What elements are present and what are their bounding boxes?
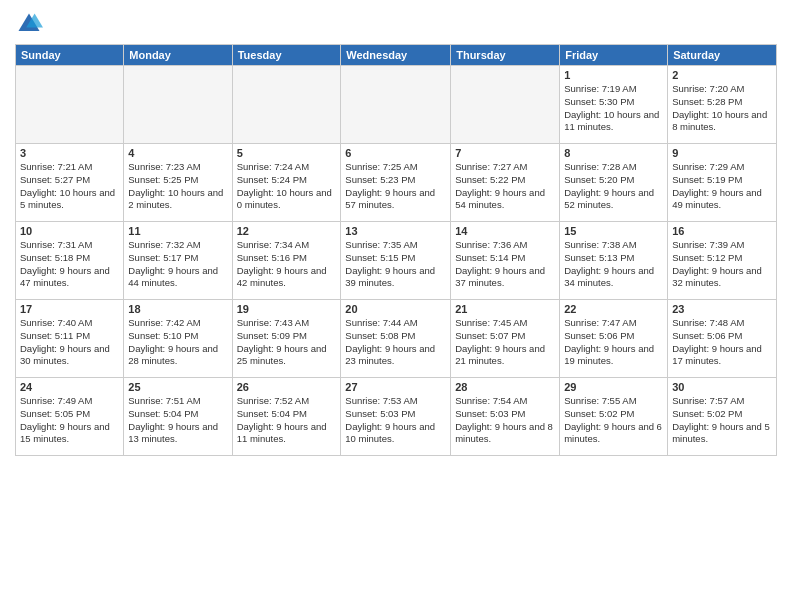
calendar-cell: 18Sunrise: 7:42 AM Sunset: 5:10 PM Dayli… <box>124 300 232 378</box>
weekday-header-monday: Monday <box>124 45 232 66</box>
day-number: 13 <box>345 225 446 237</box>
day-info: Sunrise: 7:54 AM Sunset: 5:03 PM Dayligh… <box>455 395 555 446</box>
day-number: 30 <box>672 381 772 393</box>
calendar-cell <box>451 66 560 144</box>
calendar-cell: 29Sunrise: 7:55 AM Sunset: 5:02 PM Dayli… <box>560 378 668 456</box>
calendar-cell: 2Sunrise: 7:20 AM Sunset: 5:28 PM Daylig… <box>668 66 777 144</box>
day-number: 18 <box>128 303 227 315</box>
day-number: 1 <box>564 69 663 81</box>
weekday-header-thursday: Thursday <box>451 45 560 66</box>
day-info: Sunrise: 7:29 AM Sunset: 5:19 PM Dayligh… <box>672 161 772 212</box>
day-info: Sunrise: 7:19 AM Sunset: 5:30 PM Dayligh… <box>564 83 663 134</box>
day-info: Sunrise: 7:20 AM Sunset: 5:28 PM Dayligh… <box>672 83 772 134</box>
day-number: 15 <box>564 225 663 237</box>
weekday-header-tuesday: Tuesday <box>232 45 341 66</box>
calendar-table: SundayMondayTuesdayWednesdayThursdayFrid… <box>15 44 777 456</box>
calendar-cell: 24Sunrise: 7:49 AM Sunset: 5:05 PM Dayli… <box>16 378 124 456</box>
day-info: Sunrise: 7:49 AM Sunset: 5:05 PM Dayligh… <box>20 395 119 446</box>
day-info: Sunrise: 7:57 AM Sunset: 5:02 PM Dayligh… <box>672 395 772 446</box>
day-info: Sunrise: 7:43 AM Sunset: 5:09 PM Dayligh… <box>237 317 337 368</box>
day-info: Sunrise: 7:55 AM Sunset: 5:02 PM Dayligh… <box>564 395 663 446</box>
day-info: Sunrise: 7:24 AM Sunset: 5:24 PM Dayligh… <box>237 161 337 212</box>
calendar-cell: 16Sunrise: 7:39 AM Sunset: 5:12 PM Dayli… <box>668 222 777 300</box>
calendar-cell: 30Sunrise: 7:57 AM Sunset: 5:02 PM Dayli… <box>668 378 777 456</box>
weekday-header-friday: Friday <box>560 45 668 66</box>
calendar-cell: 1Sunrise: 7:19 AM Sunset: 5:30 PM Daylig… <box>560 66 668 144</box>
calendar-week-row: 17Sunrise: 7:40 AM Sunset: 5:11 PM Dayli… <box>16 300 777 378</box>
day-number: 12 <box>237 225 337 237</box>
day-info: Sunrise: 7:45 AM Sunset: 5:07 PM Dayligh… <box>455 317 555 368</box>
day-info: Sunrise: 7:23 AM Sunset: 5:25 PM Dayligh… <box>128 161 227 212</box>
calendar-week-row: 1Sunrise: 7:19 AM Sunset: 5:30 PM Daylig… <box>16 66 777 144</box>
calendar-cell: 7Sunrise: 7:27 AM Sunset: 5:22 PM Daylig… <box>451 144 560 222</box>
logo-icon <box>15 10 43 38</box>
weekday-header-saturday: Saturday <box>668 45 777 66</box>
day-number: 3 <box>20 147 119 159</box>
calendar-cell: 23Sunrise: 7:48 AM Sunset: 5:06 PM Dayli… <box>668 300 777 378</box>
calendar-cell: 13Sunrise: 7:35 AM Sunset: 5:15 PM Dayli… <box>341 222 451 300</box>
header <box>15 10 777 38</box>
day-number: 9 <box>672 147 772 159</box>
day-number: 8 <box>564 147 663 159</box>
calendar-cell <box>124 66 232 144</box>
day-number: 23 <box>672 303 772 315</box>
calendar-cell: 19Sunrise: 7:43 AM Sunset: 5:09 PM Dayli… <box>232 300 341 378</box>
calendar-cell: 11Sunrise: 7:32 AM Sunset: 5:17 PM Dayli… <box>124 222 232 300</box>
day-number: 28 <box>455 381 555 393</box>
calendar-cell: 3Sunrise: 7:21 AM Sunset: 5:27 PM Daylig… <box>16 144 124 222</box>
day-info: Sunrise: 7:27 AM Sunset: 5:22 PM Dayligh… <box>455 161 555 212</box>
calendar-cell: 5Sunrise: 7:24 AM Sunset: 5:24 PM Daylig… <box>232 144 341 222</box>
day-info: Sunrise: 7:53 AM Sunset: 5:03 PM Dayligh… <box>345 395 446 446</box>
day-info: Sunrise: 7:35 AM Sunset: 5:15 PM Dayligh… <box>345 239 446 290</box>
calendar-cell <box>16 66 124 144</box>
calendar-cell: 27Sunrise: 7:53 AM Sunset: 5:03 PM Dayli… <box>341 378 451 456</box>
day-number: 11 <box>128 225 227 237</box>
day-info: Sunrise: 7:31 AM Sunset: 5:18 PM Dayligh… <box>20 239 119 290</box>
day-number: 10 <box>20 225 119 237</box>
calendar-cell: 15Sunrise: 7:38 AM Sunset: 5:13 PM Dayli… <box>560 222 668 300</box>
calendar-cell: 28Sunrise: 7:54 AM Sunset: 5:03 PM Dayli… <box>451 378 560 456</box>
page: SundayMondayTuesdayWednesdayThursdayFrid… <box>0 0 792 612</box>
calendar-week-row: 10Sunrise: 7:31 AM Sunset: 5:18 PM Dayli… <box>16 222 777 300</box>
calendar-cell <box>341 66 451 144</box>
calendar-cell: 12Sunrise: 7:34 AM Sunset: 5:16 PM Dayli… <box>232 222 341 300</box>
day-info: Sunrise: 7:34 AM Sunset: 5:16 PM Dayligh… <box>237 239 337 290</box>
day-number: 21 <box>455 303 555 315</box>
calendar-cell: 6Sunrise: 7:25 AM Sunset: 5:23 PM Daylig… <box>341 144 451 222</box>
day-number: 7 <box>455 147 555 159</box>
day-number: 25 <box>128 381 227 393</box>
day-number: 24 <box>20 381 119 393</box>
day-number: 16 <box>672 225 772 237</box>
day-info: Sunrise: 7:40 AM Sunset: 5:11 PM Dayligh… <box>20 317 119 368</box>
calendar-cell: 14Sunrise: 7:36 AM Sunset: 5:14 PM Dayli… <box>451 222 560 300</box>
day-number: 20 <box>345 303 446 315</box>
day-info: Sunrise: 7:32 AM Sunset: 5:17 PM Dayligh… <box>128 239 227 290</box>
weekday-header-row: SundayMondayTuesdayWednesdayThursdayFrid… <box>16 45 777 66</box>
weekday-header-wednesday: Wednesday <box>341 45 451 66</box>
calendar-cell: 26Sunrise: 7:52 AM Sunset: 5:04 PM Dayli… <box>232 378 341 456</box>
calendar-cell: 22Sunrise: 7:47 AM Sunset: 5:06 PM Dayli… <box>560 300 668 378</box>
day-number: 17 <box>20 303 119 315</box>
day-number: 14 <box>455 225 555 237</box>
day-info: Sunrise: 7:28 AM Sunset: 5:20 PM Dayligh… <box>564 161 663 212</box>
day-info: Sunrise: 7:52 AM Sunset: 5:04 PM Dayligh… <box>237 395 337 446</box>
calendar-cell: 21Sunrise: 7:45 AM Sunset: 5:07 PM Dayli… <box>451 300 560 378</box>
day-number: 2 <box>672 69 772 81</box>
day-number: 26 <box>237 381 337 393</box>
day-info: Sunrise: 7:44 AM Sunset: 5:08 PM Dayligh… <box>345 317 446 368</box>
calendar-week-row: 3Sunrise: 7:21 AM Sunset: 5:27 PM Daylig… <box>16 144 777 222</box>
day-info: Sunrise: 7:42 AM Sunset: 5:10 PM Dayligh… <box>128 317 227 368</box>
calendar-cell: 17Sunrise: 7:40 AM Sunset: 5:11 PM Dayli… <box>16 300 124 378</box>
day-info: Sunrise: 7:47 AM Sunset: 5:06 PM Dayligh… <box>564 317 663 368</box>
calendar-week-row: 24Sunrise: 7:49 AM Sunset: 5:05 PM Dayli… <box>16 378 777 456</box>
day-info: Sunrise: 7:38 AM Sunset: 5:13 PM Dayligh… <box>564 239 663 290</box>
calendar-cell: 8Sunrise: 7:28 AM Sunset: 5:20 PM Daylig… <box>560 144 668 222</box>
day-info: Sunrise: 7:36 AM Sunset: 5:14 PM Dayligh… <box>455 239 555 290</box>
day-number: 27 <box>345 381 446 393</box>
day-info: Sunrise: 7:48 AM Sunset: 5:06 PM Dayligh… <box>672 317 772 368</box>
calendar-cell: 10Sunrise: 7:31 AM Sunset: 5:18 PM Dayli… <box>16 222 124 300</box>
weekday-header-sunday: Sunday <box>16 45 124 66</box>
day-info: Sunrise: 7:21 AM Sunset: 5:27 PM Dayligh… <box>20 161 119 212</box>
day-info: Sunrise: 7:51 AM Sunset: 5:04 PM Dayligh… <box>128 395 227 446</box>
calendar-cell: 25Sunrise: 7:51 AM Sunset: 5:04 PM Dayli… <box>124 378 232 456</box>
